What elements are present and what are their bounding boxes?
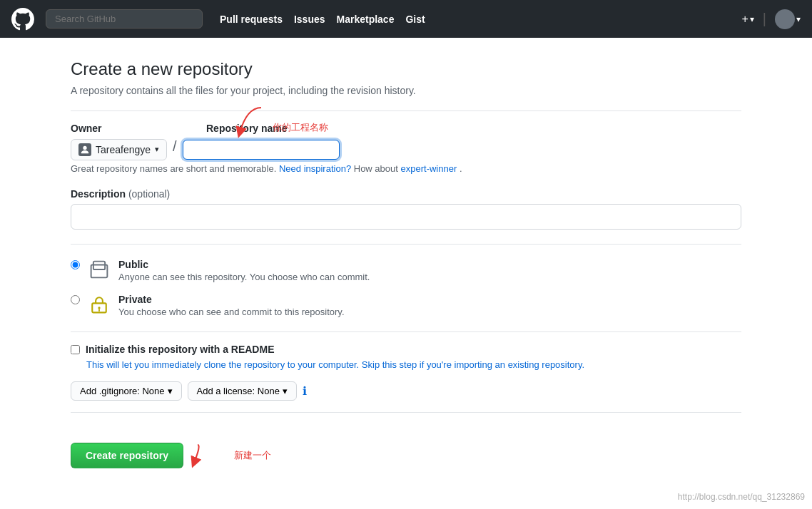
info-icon[interactable]: ℹ: [303, 384, 307, 398]
nav-gist[interactable]: Gist: [405, 14, 425, 25]
dropdowns-row: Add .gitignore: None ▾ Add a license: No…: [71, 381, 741, 401]
repo-name-wrapper: 你的工程名称: [183, 140, 340, 160]
gitignore-arrow-icon: ▾: [168, 386, 173, 396]
repo-name-hint: Great repository names are short and mem…: [71, 163, 741, 174]
private-icon: [88, 294, 110, 315]
create-arrow-svg: [191, 441, 230, 470]
avatar-dropdown-icon: ▾: [796, 14, 801, 24]
owner-label: Owner: [71, 123, 185, 134]
readme-checkbox[interactable]: [71, 345, 80, 354]
nav-issues[interactable]: Issues: [294, 14, 325, 25]
owner-name: Tareafengye: [96, 144, 151, 155]
readme-section: Initialize this repository with a README…: [71, 344, 741, 370]
avatar: [775, 9, 795, 29]
license-label: Add a license: None: [197, 386, 280, 396]
plus-icon: +: [741, 13, 748, 26]
repo-name-input[interactable]: [183, 140, 340, 160]
hint-inspiration-link[interactable]: Need inspiration?: [279, 163, 351, 174]
hint-suggestion-link[interactable]: expert-winner: [401, 163, 457, 174]
svg-point-5: [98, 307, 100, 309]
public-content: Public Anyone can see this repository. Y…: [118, 259, 741, 282]
private-title: Private: [118, 294, 741, 305]
owner-repo-inputs: Tareafengye ▾ / 你的工程名称: [71, 138, 741, 160]
owner-repo-section: Owner Repository name Tareafengye ▾ /: [71, 123, 741, 160]
search-input[interactable]: [46, 9, 203, 29]
owner-repo-labels: Owner Repository name: [71, 123, 741, 138]
divider-visibility: [71, 244, 741, 245]
visibility-group: Public Anyone can see this repository. Y…: [71, 259, 741, 317]
create-repository-button[interactable]: Create repository: [71, 443, 183, 468]
divider-submit: [71, 412, 741, 413]
gitignore-dropdown[interactable]: Add .gitignore: None ▾: [71, 381, 182, 401]
gitignore-label: Add .gitignore: None: [80, 386, 165, 396]
readme-checkbox-row: Initialize this repository with a README: [71, 344, 741, 355]
nav-marketplace[interactable]: Marketplace: [337, 14, 395, 25]
divider-readme: [71, 331, 741, 332]
github-logo[interactable]: [11, 8, 34, 31]
private-content: Private You choose who can see and commi…: [118, 294, 741, 317]
page-title: Create a new repository: [71, 59, 741, 79]
submit-section: Create repository 新建一个: [71, 430, 741, 470]
readme-label[interactable]: Initialize this repository with a README: [86, 344, 274, 355]
license-dropdown[interactable]: Add a license: None ▾: [188, 381, 297, 401]
public-radio[interactable]: [71, 260, 80, 269]
repo-name-label: Repository name: [206, 123, 741, 134]
private-option: Private You choose who can see and commi…: [71, 294, 741, 317]
description-input[interactable]: [71, 204, 741, 230]
user-menu-button[interactable]: ▾: [775, 9, 801, 29]
readme-hint: This will let you immediately clone the …: [86, 359, 741, 370]
slash-separator: /: [167, 138, 183, 160]
create-annotation: 新建一个: [191, 441, 271, 470]
public-option: Public Anyone can see this repository. Y…: [71, 259, 741, 282]
private-radio[interactable]: [71, 295, 80, 304]
main-nav: Pull requests Issues Marketplace Gist: [220, 14, 730, 25]
page-subtitle: A repository contains all the files for …: [71, 85, 741, 96]
description-label: Description (optional): [71, 188, 741, 200]
public-icon: [88, 259, 110, 280]
hint-main: Great repository names are short and mem…: [71, 163, 276, 174]
description-optional: (optional): [128, 188, 170, 200]
hint-end: .: [460, 163, 462, 174]
plus-dropdown-icon: ▾: [750, 14, 754, 24]
header: Pull requests Issues Marketplace Gist + …: [0, 0, 812, 38]
owner-select-button[interactable]: Tareafengye ▾: [71, 139, 167, 160]
description-section: Description (optional): [71, 188, 741, 230]
license-arrow-icon: ▾: [283, 386, 288, 396]
header-actions: + ▾ | ▾: [741, 9, 801, 29]
public-title: Public: [118, 259, 741, 270]
nav-pull-requests[interactable]: Pull requests: [220, 14, 283, 25]
new-item-button[interactable]: + ▾: [741, 13, 753, 26]
public-desc: Anyone can see this repository. You choo…: [118, 272, 741, 282]
divider-top: [71, 110, 741, 111]
main-content: Create a new repository A repository con…: [56, 59, 756, 470]
private-desc: You choose who can see and commit to thi…: [118, 307, 741, 317]
owner-dropdown-icon: ▾: [155, 145, 159, 154]
readme-hint-part2: Skip this step if you're importing an ex…: [362, 359, 584, 370]
create-annotation-text: 新建一个: [234, 449, 271, 462]
hint-suffix: How about: [354, 163, 401, 174]
owner-avatar-icon: [78, 143, 91, 156]
